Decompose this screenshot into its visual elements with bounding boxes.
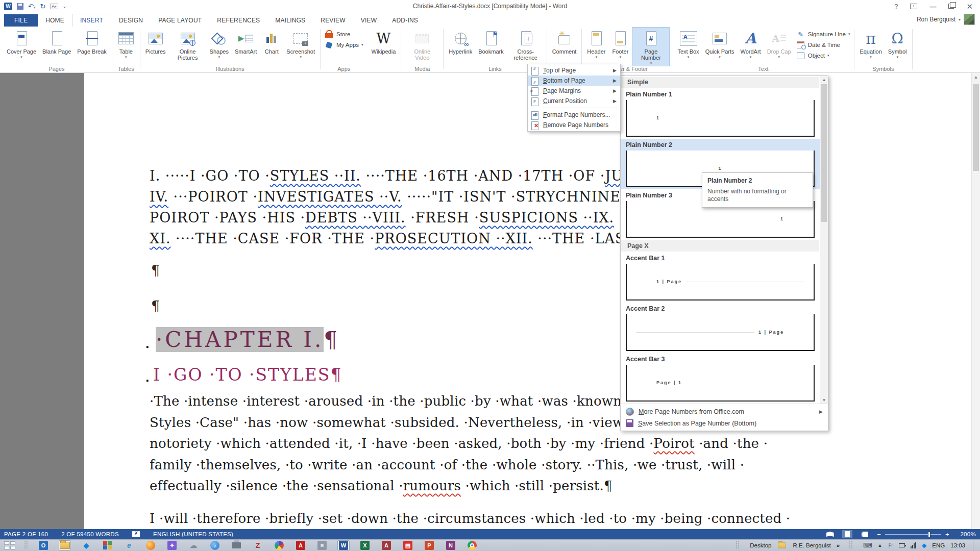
taskbar-access-icon[interactable]: A	[380, 540, 393, 550]
read-mode-icon[interactable]	[825, 530, 835, 538]
gallery-scrollbar[interactable]: ▲ ▼	[820, 76, 828, 404]
taskbar-internet-explorer-icon[interactable]: e	[123, 540, 135, 550]
network-icon[interactable]	[911, 542, 916, 548]
drop-cap-button[interactable]: Drop Cap▾	[764, 27, 794, 65]
scroll-up-icon[interactable]: ▲	[972, 73, 980, 80]
cover-page-button[interactable]: Cover Page▾	[4, 27, 39, 65]
taskbar-printer-icon[interactable]	[230, 540, 242, 550]
help-icon[interactable]: ?	[894, 3, 898, 10]
menu-item-remove-page-numbers[interactable]: Remove Page Numbers	[528, 120, 620, 130]
redo-icon[interactable]: ↻	[40, 3, 45, 10]
taskbar-pdf-reader-icon[interactable]: ▤	[402, 540, 414, 550]
language-tray-indicator[interactable]: ENG	[932, 542, 945, 548]
menu-item-format-page-numbers-[interactable]: Format Page Numbers...	[528, 110, 620, 120]
taskbar-app-grid-icon[interactable]	[102, 540, 114, 550]
account-area[interactable]: Ron Bergquist ▾	[917, 14, 975, 25]
taskbar-notes-app-icon[interactable]: ✦	[166, 540, 178, 550]
ribbon-display-options-icon[interactable]	[910, 4, 917, 9]
customize-quick-access-icon[interactable]: ⌄	[63, 4, 67, 9]
tab-review[interactable]: REVIEW	[313, 14, 353, 27]
taskbar-outlook-icon[interactable]: O	[37, 540, 50, 550]
toolbar-overflow-chevron[interactable]: »	[837, 542, 840, 548]
zoom-slider[interactable]	[885, 534, 941, 535]
taskbar-firefox-icon[interactable]	[144, 540, 157, 550]
taskbar-chrome-icon[interactable]	[466, 540, 478, 550]
web-layout-icon[interactable]	[860, 530, 870, 538]
save-icon[interactable]	[17, 3, 23, 10]
table-button[interactable]: Table▾	[114, 27, 138, 65]
restore-icon[interactable]	[948, 4, 954, 9]
tab-add-ins[interactable]: ADD-INS	[384, 14, 426, 27]
scroll-up-icon[interactable]: ▲	[820, 76, 828, 82]
minimize-icon[interactable]: —	[929, 3, 936, 10]
pictures-button[interactable]: Pictures	[142, 27, 169, 65]
online-pictures-button[interactable]: Online Pictures	[169, 27, 207, 65]
taskbar-onenote-icon[interactable]: N	[445, 540, 457, 550]
smartart-button[interactable]: SmartArt	[232, 27, 260, 65]
comment-button[interactable]: Comment	[549, 27, 580, 65]
gallery-item-plain-number-1[interactable]: Plain Number 11	[621, 88, 820, 139]
undo-icon[interactable]: ↶▾	[28, 3, 35, 10]
language-indicator[interactable]: ENGLISH (UNITED STATES)	[153, 531, 233, 537]
scrollbar-thumb[interactable]	[973, 84, 979, 171]
tab-view[interactable]: VIEW	[353, 14, 384, 27]
object-button[interactable]: Object ▾	[796, 52, 850, 60]
taskbar-excel-icon[interactable]: X	[359, 540, 371, 550]
date-time-button[interactable]: Date & Time	[796, 41, 850, 49]
taskbar-word-icon[interactable]: W	[337, 540, 350, 550]
text-box-button[interactable]: Text Box▾	[674, 27, 702, 65]
gallery-item-accent-bar-2[interactable]: Accent Bar 21 | Page	[621, 303, 820, 353]
scroll-down-icon[interactable]: ▼	[820, 398, 828, 403]
header-button[interactable]: Header▾	[584, 27, 608, 66]
avatar[interactable]	[964, 14, 975, 25]
blank-page-button[interactable]: Blank Page	[39, 27, 74, 65]
zoom-slider-thumb[interactable]	[928, 532, 930, 537]
gallery-item-accent-bar-3[interactable]: Accent Bar 3Page | 1	[621, 353, 820, 404]
folder-icon[interactable]	[778, 542, 786, 548]
taskbar-file-explorer-icon[interactable]	[59, 540, 71, 550]
online-video-button[interactable]: Online Video	[403, 27, 441, 65]
proofing-errors-icon[interactable]	[132, 531, 140, 537]
keyboard-icon[interactable]: ⌨	[863, 542, 872, 549]
flag-icon[interactable]: ⚐	[888, 542, 893, 549]
zoom-out-icon[interactable]: −	[877, 531, 881, 538]
clock[interactable]: 13:03	[950, 542, 965, 548]
taskbar-picasa-icon[interactable]	[273, 540, 285, 550]
tab-references[interactable]: REFERENCES	[209, 14, 267, 27]
gallery-footer-more-page-numbers-from-office-[interactable]: More Page Numbers from Office.com▶	[621, 406, 828, 417]
menu-item-current-position[interactable]: Current Position▶	[528, 96, 620, 106]
taskbar-notepad-icon[interactable]: ≡	[316, 540, 328, 550]
close-icon[interactable]: ✕	[966, 3, 973, 10]
chart-button[interactable]: Chart	[260, 27, 283, 65]
user-folder-toolbar[interactable]: R.E. Bergquist	[793, 542, 830, 548]
tab-home[interactable]: HOME	[38, 14, 72, 27]
screenshot-button[interactable]: Screenshot▾	[283, 27, 318, 65]
tab-design[interactable]: DESIGN	[111, 14, 151, 27]
tab-file[interactable]: FILE	[4, 14, 38, 27]
gallery-scrollbar-thumb[interactable]	[821, 84, 827, 222]
desktop-toolbar[interactable]: Desktop	[750, 542, 771, 548]
symbol-button[interactable]: Symbol▾	[885, 27, 910, 65]
menu-item-top-of-page[interactable]: Top of Page▶	[528, 65, 620, 76]
cross-reference-button[interactable]: Cross- reference	[507, 27, 545, 65]
quick-parts-button[interactable]: Quick Parts▾	[702, 27, 738, 65]
bookmark-button[interactable]: Bookmark	[475, 27, 507, 65]
taskbar-zotero-icon[interactable]: Z	[252, 540, 264, 550]
page-break-button[interactable]: Page Break	[74, 27, 109, 65]
shapes-button[interactable]: Shapes▾	[207, 27, 232, 65]
menu-item-bottom-of-page[interactable]: Bottom of Page▶	[528, 76, 620, 86]
hyperlink-button[interactable]: Hyperlink	[446, 27, 475, 65]
document-scrollbar[interactable]: ▲	[971, 73, 980, 529]
print-layout-icon[interactable]	[842, 530, 852, 538]
zoom-level[interactable]: 200%	[957, 531, 976, 537]
footer-button[interactable]: Footer▾	[608, 27, 632, 66]
zoom-in-icon[interactable]: +	[945, 531, 949, 538]
menu-item-page-margins[interactable]: Page Margins▶	[528, 86, 620, 96]
gallery-footer-save-selection-as-page-number-[interactable]: Save Selection as Page Number (Bottom)	[621, 417, 828, 429]
equation-button[interactable]: Equation▾	[856, 27, 885, 65]
taskbar-acrobat-icon[interactable]: A	[295, 540, 307, 550]
tab-page-layout[interactable]: PAGE LAYOUT	[151, 14, 209, 27]
show-hidden-icon[interactable]: ▲	[877, 543, 882, 548]
taskbar-dropbox-icon[interactable]: ◆	[80, 540, 92, 550]
tab-mailings[interactable]: MAILINGS	[267, 14, 313, 27]
